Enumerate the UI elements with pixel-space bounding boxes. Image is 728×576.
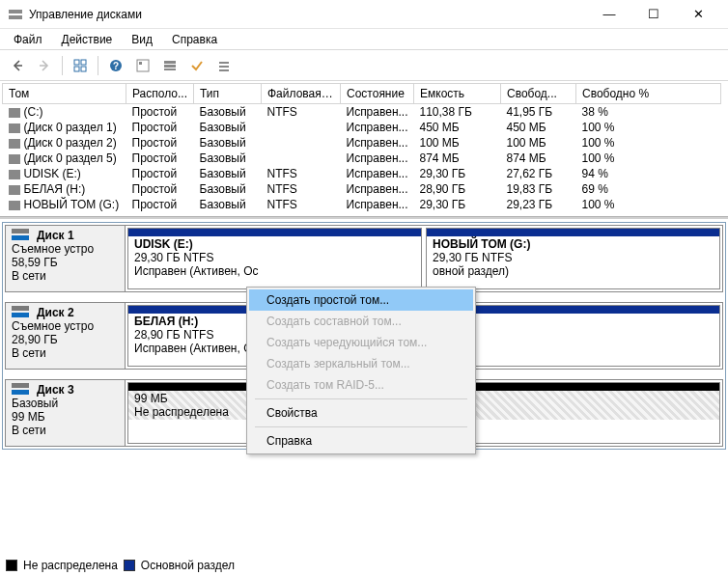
svg-rect-4 <box>74 67 79 71</box>
menu-action[interactable]: Действие <box>52 31 123 48</box>
app-icon <box>8 7 23 22</box>
col-type[interactable]: Тип <box>194 84 262 104</box>
help-button[interactable]: ? <box>104 54 127 77</box>
settings-button[interactable] <box>131 54 154 77</box>
ctx-help[interactable]: Справка <box>249 430 473 452</box>
menu-file[interactable]: Файл <box>4 31 52 48</box>
svg-rect-2 <box>74 60 79 65</box>
check-button[interactable] <box>185 54 209 77</box>
drive-icon <box>9 108 20 118</box>
drive-icon <box>9 123 20 133</box>
back-button[interactable] <box>6 54 29 77</box>
disk-1-partition-2[interactable]: НОВЫЙ ТОМ (G:) 29,30 ГБ NTFS овной разде… <box>426 228 720 289</box>
svg-rect-0 <box>9 10 22 14</box>
menu-help[interactable]: Справка <box>162 31 227 48</box>
legend-primary-label: Основной раздел <box>141 559 235 572</box>
legend-unallocated-swatch <box>6 560 17 571</box>
disk-icon <box>12 383 29 397</box>
col-free[interactable]: Свобод... <box>501 84 576 104</box>
window-title: Управление дисками <box>29 8 587 21</box>
drive-icon <box>9 154 20 164</box>
col-layout[interactable]: Располо... <box>126 84 194 104</box>
svg-rect-10 <box>164 61 176 64</box>
context-menu: Создать простой том... Создать составной… <box>246 287 476 454</box>
col-fs[interactable]: Файловая с... <box>262 84 341 104</box>
svg-rect-14 <box>219 66 229 68</box>
svg-rect-11 <box>164 65 176 68</box>
svg-rect-15 <box>219 69 229 71</box>
svg-rect-12 <box>164 69 176 70</box>
ctx-separator <box>255 426 467 427</box>
volume-table[interactable]: Том Располо... Тип Файловая с... Состоян… <box>2 83 721 212</box>
minimize-button[interactable]: — <box>587 0 631 29</box>
drive-icon <box>9 139 20 149</box>
ctx-create-spanned-volume: Создать составной том... <box>249 311 473 332</box>
ctx-create-raid5-volume: Создать том RAID-5... <box>249 374 473 396</box>
legend-primary-swatch <box>124 560 135 571</box>
disk-icon <box>12 229 29 242</box>
svg-text:?: ? <box>113 61 119 71</box>
svg-rect-1 <box>9 15 22 19</box>
ctx-create-simple-volume[interactable]: Создать простой том... <box>249 289 473 311</box>
disk-2-header[interactable]: Диск 2 Съемное устро 28,90 ГБ В сети <box>6 303 126 369</box>
table-row[interactable]: (C:)ПростойБазовыйNTFSИсправен...110,38 … <box>3 104 721 121</box>
title-bar: Управление дисками — ☐ ✕ <box>0 0 728 29</box>
ctx-properties[interactable]: Свойства <box>249 402 473 424</box>
table-row[interactable]: (Диск 0 раздел 1)ПростойБазовыйИсправен.… <box>3 120 721 135</box>
table-row[interactable]: (Диск 0 раздел 2)ПростойБазовыйИсправен.… <box>3 135 721 151</box>
disk-1-partition-1[interactable]: UDISK (E:) 29,30 ГБ NTFS Исправен (Актив… <box>127 228 422 289</box>
table-row[interactable]: БЕЛАЯ (H:)ПростойБазовыйNTFSИсправен...2… <box>3 181 721 197</box>
table-row[interactable]: UDISK (E:)ПростойБазовыйNTFSИсправен...2… <box>3 166 721 181</box>
ctx-create-striped-volume: Создать чередующийся том... <box>249 332 473 353</box>
list-button[interactable] <box>212 54 236 77</box>
disk-1-row: Диск 1 Съемное устро 58,59 ГБ В сети UDI… <box>5 225 723 292</box>
table-row[interactable]: (Диск 0 раздел 5)ПростойБазовыйИсправен.… <box>3 151 721 166</box>
close-button[interactable]: ✕ <box>676 0 720 29</box>
ctx-create-mirrored-volume: Создать зеркальный том... <box>249 353 473 374</box>
maximize-button[interactable]: ☐ <box>631 0 676 29</box>
col-capacity[interactable]: Емкость <box>414 84 501 104</box>
drive-icon <box>9 170 20 179</box>
menu-bar: Файл Действие Вид Справка <box>0 29 728 50</box>
svg-rect-9 <box>139 62 142 65</box>
menu-view[interactable]: Вид <box>122 31 162 48</box>
disk-1-header[interactable]: Диск 1 Съемное устро 58,59 ГБ В сети <box>6 226 126 291</box>
forward-button[interactable] <box>33 54 56 77</box>
col-status[interactable]: Состояние <box>341 84 414 104</box>
view-options-button[interactable] <box>69 54 92 77</box>
col-volume[interactable]: Том <box>3 84 126 104</box>
svg-rect-13 <box>219 62 229 64</box>
toolbar: ? <box>0 50 728 81</box>
table-header-row: Том Располо... Тип Файловая с... Состоян… <box>3 84 721 104</box>
ctx-separator <box>255 398 467 399</box>
svg-rect-5 <box>81 67 86 71</box>
legend: Не распределена Основной раздел <box>6 559 235 572</box>
table-row[interactable]: НОВЫЙ ТОМ (G:)ПростойБазовыйNTFSИсправен… <box>3 197 721 212</box>
legend-unallocated-label: Не распределена <box>23 559 118 572</box>
disk-icon <box>12 306 29 319</box>
disk-3-header[interactable]: Диск 3 Базовый 99 МБ В сети <box>6 380 126 446</box>
grid-button[interactable] <box>158 54 182 77</box>
col-free-pct[interactable]: Свободно % <box>576 84 721 104</box>
svg-rect-3 <box>81 60 86 65</box>
svg-rect-8 <box>137 60 149 71</box>
drive-icon <box>9 201 20 210</box>
drive-icon <box>9 185 20 195</box>
splitter[interactable] <box>0 216 728 220</box>
